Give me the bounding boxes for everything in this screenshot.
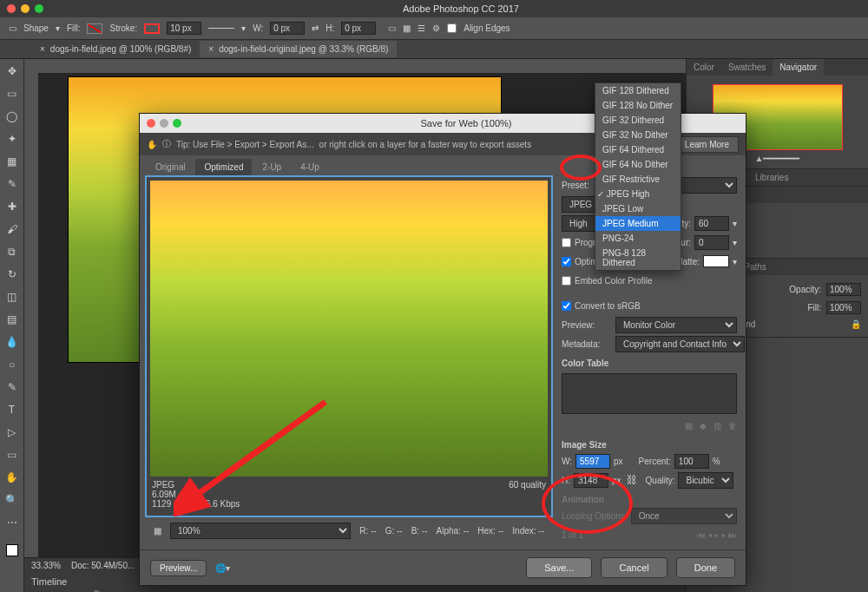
- metadata-select[interactable]: Copyright and Contact Info: [615, 336, 745, 352]
- matte-swatch[interactable]: [703, 255, 729, 267]
- fill-input[interactable]: [826, 301, 861, 314]
- minimize-icon[interactable]: [21, 4, 30, 13]
- save-button[interactable]: Save...: [526, 557, 592, 578]
- preset-option[interactable]: ✓ JPEG High: [595, 187, 681, 201]
- browser-icon[interactable]: 🌐▾: [215, 563, 230, 573]
- lasso-tool[interactable]: ◯: [3, 108, 21, 125]
- tab-libraries[interactable]: Libraries: [748, 169, 795, 186]
- tab-swatches[interactable]: Swatches: [721, 59, 773, 76]
- align-icon[interactable]: ▦: [403, 23, 411, 33]
- arrange-icon[interactable]: ☰: [418, 23, 425, 33]
- done-button[interactable]: Done: [676, 557, 735, 578]
- next-frame-icon: ▶: [721, 530, 726, 540]
- preview-box[interactable]: JPEG 6.09M 1129 sec @ 56.6 Kbps 60 quali…: [145, 175, 553, 517]
- w-input[interactable]: [270, 22, 305, 35]
- blur-input[interactable]: [694, 235, 729, 250]
- app-titlebar: Adobe Photoshop CC 2017: [0, 0, 868, 17]
- type-tool[interactable]: T: [3, 401, 21, 418]
- doc-size-readout: Doc: 50.4M/50...: [71, 561, 135, 570]
- cancel-button[interactable]: Cancel: [601, 557, 667, 578]
- preview-quality: 60 quality: [509, 480, 546, 490]
- ct-icon: 🗑: [728, 421, 737, 431]
- preview-select[interactable]: Monitor Color: [615, 317, 737, 333]
- tab-navigator[interactable]: Navigator: [773, 59, 824, 76]
- zoom-select[interactable]: 100%: [170, 523, 351, 539]
- tab-doc1[interactable]: × dogs-in-field.jpeg @ 100% (RGB/8#): [31, 41, 200, 57]
- tab-color[interactable]: Color: [687, 59, 721, 76]
- width-input[interactable]: [575, 454, 610, 469]
- align-edges-checkbox[interactable]: [447, 23, 457, 33]
- brush-tool[interactable]: 🖌: [3, 220, 21, 238]
- path-ops-icon[interactable]: ▭: [388, 23, 396, 33]
- preset-option[interactable]: GIF 64 No Dither: [595, 157, 681, 172]
- crop-tool[interactable]: ▦: [3, 153, 21, 170]
- stroke-style-icon[interactable]: [208, 28, 234, 29]
- close-tab-icon[interactable]: ×: [208, 44, 214, 54]
- grid-icon[interactable]: ▦: [154, 526, 161, 536]
- preview-button[interactable]: Preview...: [150, 560, 207, 576]
- learn-more-button[interactable]: Learn More: [675, 136, 739, 153]
- progressive-checkbox[interactable]: [562, 238, 571, 247]
- preset-option[interactable]: GIF Restrictive: [595, 172, 681, 187]
- fill-swatch[interactable]: [87, 23, 102, 34]
- path-select-tool[interactable]: ▷: [3, 424, 21, 441]
- tab-original[interactable]: Original: [147, 159, 194, 175]
- maximize-icon[interactable]: [35, 4, 43, 13]
- pen-tool[interactable]: ✎: [3, 378, 21, 396]
- shape-tool[interactable]: ▭: [3, 446, 21, 464]
- link-icon[interactable]: ⛓: [627, 474, 637, 486]
- gear-icon[interactable]: ⚙: [432, 23, 440, 33]
- dodge-tool[interactable]: ○: [3, 356, 21, 373]
- resample-select[interactable]: Bicubic: [678, 472, 733, 489]
- fg-color-swatch[interactable]: [6, 544, 18, 556]
- eraser-tool[interactable]: ◫: [3, 288, 21, 306]
- clone-tool[interactable]: ⧉: [3, 243, 21, 260]
- quality-input[interactable]: [694, 216, 729, 231]
- tab-optimized[interactable]: Optimized: [195, 159, 252, 175]
- preset-option[interactable]: PNG-24: [595, 231, 681, 246]
- preset-option-selected[interactable]: JPEG Medium: [595, 216, 681, 231]
- move-tool[interactable]: ✥: [3, 62, 21, 80]
- blur-tool[interactable]: 💧: [3, 333, 21, 351]
- zoom-readout[interactable]: 33.33%: [31, 561, 61, 570]
- preset-option[interactable]: GIF 128 Dithered: [595, 83, 681, 98]
- zoom-tool[interactable]: 🔍: [3, 491, 21, 509]
- preset-option[interactable]: GIF 32 No Dither: [595, 128, 681, 142]
- link-icon[interactable]: ⇄: [312, 23, 319, 33]
- history-brush-tool[interactable]: ↻: [3, 266, 21, 283]
- edit-toolbar[interactable]: ⋯: [3, 514, 21, 531]
- shape-label[interactable]: Shape: [23, 23, 49, 33]
- wand-tool[interactable]: ✦: [3, 130, 21, 148]
- tab-4up[interactable]: 4-Up: [292, 159, 328, 175]
- heal-tool[interactable]: ✚: [3, 198, 21, 215]
- hex-readout: Hex: --: [477, 526, 503, 536]
- close-icon[interactable]: [7, 4, 16, 13]
- hand-tool[interactable]: ✋: [3, 469, 21, 486]
- optimized-checkbox[interactable]: [562, 257, 571, 266]
- preset-option[interactable]: GIF 128 No Dither: [595, 98, 681, 113]
- preview-size: 6.09M: [152, 490, 240, 499]
- opacity-input[interactable]: [826, 283, 861, 296]
- tab-2up[interactable]: 2-Up: [253, 159, 290, 175]
- close-icon[interactable]: [147, 119, 155, 128]
- gradient-tool[interactable]: ▤: [3, 311, 21, 328]
- stroke-width-input[interactable]: [167, 22, 201, 35]
- preset-option[interactable]: GIF 32 Dithered: [595, 113, 681, 128]
- tool-preset-icon[interactable]: ▭: [9, 23, 16, 33]
- convert-srgb-checkbox[interactable]: [562, 301, 571, 311]
- eyedropper-tool[interactable]: ✎: [3, 175, 21, 193]
- height-input[interactable]: [574, 473, 608, 488]
- maximize-icon[interactable]: [173, 119, 181, 128]
- stroke-swatch[interactable]: [144, 23, 160, 34]
- h-input[interactable]: [341, 22, 376, 35]
- app-title: Adobe Photoshop CC 2017: [61, 3, 861, 14]
- preset-option[interactable]: JPEG Low: [595, 201, 681, 216]
- percent-input[interactable]: [674, 454, 709, 469]
- embed-profile-checkbox[interactable]: [562, 276, 571, 286]
- tab-doc2[interactable]: × dogs-in-field-original.jpeg @ 33.3% (R…: [200, 41, 397, 57]
- hand-tool-icon[interactable]: ✋: [147, 140, 157, 149]
- preset-option[interactable]: GIF 64 Dithered: [595, 142, 681, 157]
- close-tab-icon[interactable]: ×: [40, 44, 45, 54]
- preset-option[interactable]: PNG-8 128 Dithered: [595, 246, 681, 270]
- marquee-tool[interactable]: ▭: [3, 85, 21, 102]
